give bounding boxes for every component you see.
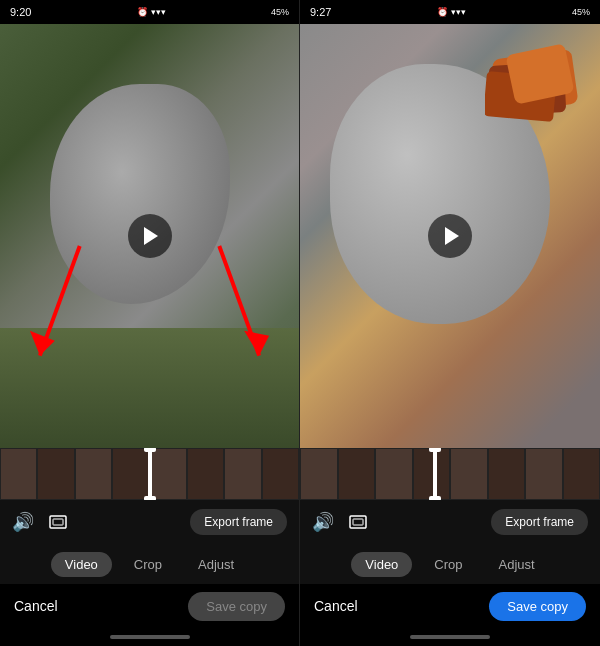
export-frame-icon-right[interactable]	[348, 512, 368, 532]
timeline-right[interactable]	[300, 448, 600, 500]
alarm-icon-left: ⏰	[137, 7, 148, 17]
frame-thumb-4	[112, 448, 149, 500]
tab-adjust-right[interactable]: Adjust	[485, 552, 549, 577]
volume-icon-left[interactable]: 🔊	[12, 511, 34, 533]
tab-video-right[interactable]: Video	[351, 552, 412, 577]
svg-rect-4	[50, 516, 66, 528]
play-button-right[interactable]	[428, 214, 472, 258]
left-panel: 9:20 ⏰ ▾▾▾ 45%	[0, 0, 300, 646]
status-center-right: ⏰ ▾▾▾	[437, 7, 466, 17]
cancel-button-left[interactable]: Cancel	[14, 598, 58, 614]
home-indicator-right	[300, 628, 600, 646]
export-frame-icon-left[interactable]	[48, 512, 68, 532]
frame-thumb-r4	[413, 448, 451, 500]
status-icons-right: 45%	[572, 7, 590, 17]
save-button-left[interactable]: Save copy	[188, 592, 285, 621]
frame-thumb-r3	[375, 448, 413, 500]
signal-icon-right: ▾▾▾	[451, 7, 466, 17]
frame-thumb-1	[0, 448, 37, 500]
status-bar-left: 9:20 ⏰ ▾▾▾ 45%	[0, 0, 299, 24]
status-icons-left: 45%	[271, 7, 289, 17]
svg-rect-10	[350, 516, 366, 528]
frame-thumb-r5	[450, 448, 488, 500]
controls-bar-left: 🔊 Export frame	[0, 500, 299, 544]
cancel-button-right[interactable]: Cancel	[314, 598, 358, 614]
tab-video-left[interactable]: Video	[51, 552, 112, 577]
export-frame-button-right[interactable]: Export frame	[491, 509, 588, 535]
frame-thumb-6	[187, 448, 224, 500]
frame-thumb-8	[262, 448, 299, 500]
frame-thumb-r7	[525, 448, 563, 500]
frame-thumb-2	[37, 448, 74, 500]
frame-thumb-r8	[563, 448, 601, 500]
volume-icon-right[interactable]: 🔊	[312, 511, 334, 533]
tab-crop-left[interactable]: Crop	[120, 552, 176, 577]
timeline-frames-right	[300, 448, 600, 500]
alarm-icon-right: ⏰	[437, 7, 448, 17]
save-button-right[interactable]: Save copy	[489, 592, 586, 621]
signal-icon-left: ▾▾▾	[151, 7, 166, 17]
status-time-right: 9:27	[310, 6, 331, 18]
frame-thumb-r2	[338, 448, 376, 500]
action-bar-right: Cancel Save copy	[300, 584, 600, 628]
frame-thumb-5	[150, 448, 187, 500]
frame-thumb-7	[224, 448, 261, 500]
ctrl-icons-left: 🔊	[12, 511, 68, 533]
video-area-left[interactable]	[0, 24, 299, 448]
video-area-right[interactable]	[300, 24, 600, 448]
ground-left	[0, 328, 299, 448]
status-bar-right: 9:27 ⏰ ▾▾▾ 45%	[300, 0, 600, 24]
bags-decoration	[485, 44, 595, 138]
home-bar-right	[410, 635, 490, 639]
controls-bar-right: 🔊 Export frame	[300, 500, 600, 544]
battery-text-right: 45%	[572, 7, 590, 17]
tab-crop-right[interactable]: Crop	[420, 552, 476, 577]
play-button-left[interactable]	[128, 214, 172, 258]
frame-thumb-r6	[488, 448, 526, 500]
timeline-left[interactable]	[0, 448, 299, 500]
play-icon-right	[445, 227, 459, 245]
svg-rect-5	[53, 519, 63, 525]
play-icon-left	[144, 227, 158, 245]
export-frame-button-left[interactable]: Export frame	[190, 509, 287, 535]
tab-bar-left: Video Crop Adjust	[0, 544, 299, 584]
tab-adjust-left[interactable]: Adjust	[184, 552, 248, 577]
home-bar-left	[110, 635, 190, 639]
battery-text-left: 45%	[271, 7, 289, 17]
scrubber-left[interactable]	[148, 448, 152, 500]
right-panel: 9:27 ⏰ ▾▾▾ 45%	[300, 0, 600, 646]
frame-thumb-3	[75, 448, 112, 500]
status-time-left: 9:20	[10, 6, 31, 18]
status-center-left: ⏰ ▾▾▾	[137, 7, 166, 17]
action-bar-left: Cancel Save copy	[0, 584, 299, 628]
tab-bar-right: Video Crop Adjust	[300, 544, 600, 584]
svg-rect-11	[353, 519, 363, 525]
scrubber-right[interactable]	[433, 448, 437, 500]
ctrl-icons-right: 🔊	[312, 511, 368, 533]
frame-thumb-r1	[300, 448, 338, 500]
home-indicator-left	[0, 628, 299, 646]
